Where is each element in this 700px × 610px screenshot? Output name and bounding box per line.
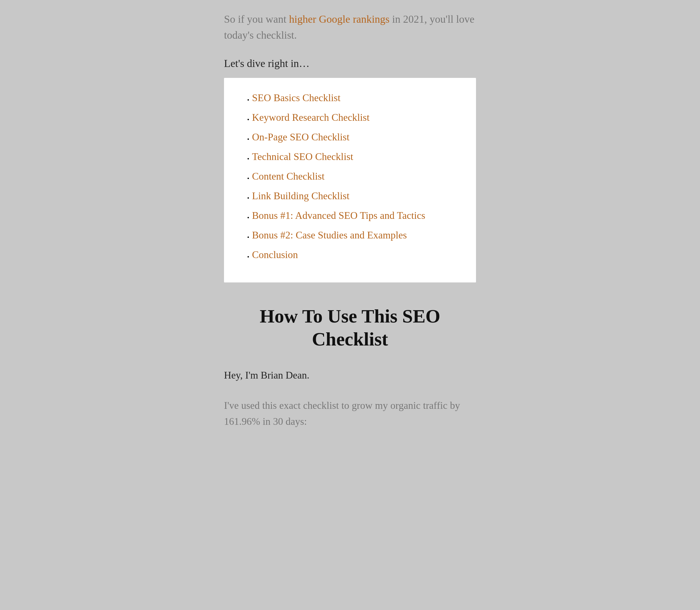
toc-link-conclusion[interactable]: Conclusion (252, 249, 298, 260)
list-item: SEO Basics Checklist (252, 92, 459, 104)
toc-link-on-page-seo[interactable]: On-Page SEO Checklist (252, 131, 349, 143)
toc-link-content[interactable]: Content Checklist (252, 171, 324, 182)
higher-rankings-link[interactable]: higher Google rankings (289, 13, 389, 25)
list-item: Bonus #2: Case Studies and Examples (252, 229, 459, 241)
greeting-text: Hey, I'm Brian Dean. (224, 367, 476, 384)
list-item: Content Checklist (252, 170, 459, 182)
intro-paragraph: So if you want higher Google rankings in… (224, 11, 476, 43)
table-of-contents-box: SEO Basics Checklist Keyword Research Ch… (224, 78, 476, 283)
toc-link-seo-basics[interactable]: SEO Basics Checklist (252, 92, 340, 103)
content-wrapper: So if you want higher Google rankings in… (224, 11, 476, 599)
toc-link-keyword-research[interactable]: Keyword Research Checklist (252, 112, 370, 123)
intro-text-before: So if you want (224, 13, 289, 25)
list-item: Keyword Research Checklist (252, 112, 459, 123)
toc-link-bonus-1[interactable]: Bonus #1: Advanced SEO Tips and Tactics (252, 210, 425, 221)
list-item: Bonus #1: Advanced SEO Tips and Tactics (252, 210, 459, 221)
traffic-text: I've used this exact checklist to grow m… (224, 398, 476, 430)
toc-link-technical-seo[interactable]: Technical SEO Checklist (252, 151, 353, 162)
how-to-heading: How To Use This SEO Checklist (224, 305, 476, 351)
toc-link-link-building[interactable]: Link Building Checklist (252, 190, 349, 202)
dive-in-text: Let's dive right in… (224, 57, 476, 69)
list-item: Link Building Checklist (252, 190, 459, 202)
list-item: Technical SEO Checklist (252, 151, 459, 162)
toc-list: SEO Basics Checklist Keyword Research Ch… (241, 92, 459, 261)
list-item: On-Page SEO Checklist (252, 131, 459, 143)
toc-link-bonus-2[interactable]: Bonus #2: Case Studies and Examples (252, 229, 407, 241)
list-item: Conclusion (252, 249, 459, 261)
